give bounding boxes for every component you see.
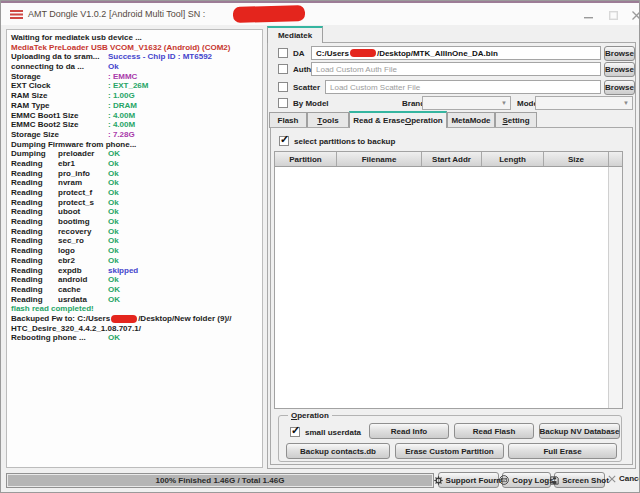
log-line: Storage: EMMC (7, 72, 262, 82)
erase-custom-partition-button[interactable]: Erase Custom Partition (395, 443, 504, 459)
auth-checkbox[interactable] (278, 64, 288, 74)
log-line: Readingexpdbskipped (7, 266, 262, 276)
log-label: Uploading da to sram... (11, 52, 99, 61)
tab-metamode[interactable]: MetaMode (447, 112, 495, 128)
log-panel[interactable]: Waiting for mediatek usb device ...Media… (6, 29, 263, 468)
log-partition: expdb (58, 266, 82, 275)
log-text: Waiting for mediatek usb device ... (11, 33, 142, 42)
screen-shot-button[interactable]: Screen Shot (554, 472, 605, 488)
scatter-placeholder: Load Custom Scatter File (330, 83, 420, 92)
operation-legend: Operation (288, 411, 332, 420)
scatter-file-input[interactable]: Load Custom Scatter File (325, 80, 601, 94)
log-status: OK (108, 333, 120, 342)
log-label: Reading (11, 236, 43, 245)
log-label: EMMC Boot2 Size (11, 120, 79, 129)
support-forum-label: Support Fourm (446, 476, 504, 485)
select-partitions-checkbox[interactable] (279, 136, 289, 146)
read-info-button[interactable]: Read Info (369, 423, 449, 439)
da-label: DA (293, 49, 305, 58)
app-window: AMT Dongle V1.0.2 [Android Multi Tool] S… (0, 0, 640, 493)
chevron-down-icon: ▼ (623, 100, 629, 106)
read-flash-button[interactable]: Read Flash (454, 423, 534, 439)
log-line: EMMC Boot2 Size: 4.00M (7, 120, 262, 130)
log-partition: sec_ro (58, 236, 84, 245)
operation-groupbox: Operation small userdata Read InfoRead F… (278, 415, 622, 462)
log-partition: logo (58, 246, 75, 255)
log-text: Backuped Fw to: C:/Users/Desktop/New fol… (11, 314, 232, 323)
log-status: : 4.00M (108, 111, 135, 120)
progress-text: 100% Finished 1.46G / Total 1.46G (7, 474, 433, 487)
log-label: Storage (11, 72, 41, 81)
tab-flash[interactable]: Flash (269, 112, 307, 128)
titlebar: AMT Dongle V1.0.2 [Android Multi Tool] S… (1, 3, 639, 25)
full-erase-button[interactable]: Full Erase (508, 443, 617, 459)
log-label: Reading (11, 227, 43, 236)
backup-nv-database-button[interactable]: Backup NV Database (539, 423, 620, 439)
tab-label: MetaMode (451, 116, 490, 125)
log-line: ReadingubootOk (7, 207, 262, 217)
auth-file-input[interactable]: Load Custom Auth File (311, 62, 601, 76)
copy-logs-button[interactable]: Copy Logs (502, 472, 551, 488)
table-header-filename[interactable]: Filename (337, 152, 422, 166)
screen-shot-label: Screen Shot (562, 476, 609, 485)
tab-read-erase-operation[interactable]: Read & Erase Operation (349, 111, 447, 128)
table-header-start-addr[interactable]: Start Addr (422, 152, 482, 166)
maximize-button[interactable] (606, 9, 620, 21)
backup-contacts-db-button[interactable]: Backup contacts.db (286, 443, 390, 459)
log-status: Ok (108, 169, 119, 178)
select-partitions-label: select partitions to backup (294, 137, 395, 146)
by-model-checkbox[interactable] (278, 98, 288, 108)
log-line: Readingebr1Ok (7, 159, 262, 169)
tab-label: Read & Erase (353, 116, 405, 125)
log-label: Reading (11, 285, 43, 294)
da-browse-button[interactable]: Browse (604, 46, 635, 61)
cancel-button[interactable]: Cancel (608, 474, 640, 483)
log-status: OK (108, 295, 120, 304)
table-header-size[interactable]: Size (544, 152, 609, 166)
scatter-label: Scatter (293, 83, 320, 92)
tab-setting[interactable]: Setting (495, 112, 537, 128)
brand-select[interactable]: ▼ (422, 96, 511, 110)
log-partition: preloader (58, 149, 94, 158)
scatter-browse-button[interactable]: Browse (604, 80, 635, 95)
support-forum-button[interactable]: Support Fourm (438, 472, 499, 488)
table-header-partition[interactable]: Partition (275, 152, 337, 166)
log-line: ReadingrecoveryOk (7, 227, 262, 237)
log-label: Reading (11, 178, 43, 187)
partitions-table[interactable]: PartitionFilenameStart AddrLengthSize (274, 151, 623, 409)
log-label: EMMC Boot1 Size (11, 111, 79, 120)
log-partition: uboot (58, 207, 80, 216)
log-line: Readingsec_roOk (7, 236, 262, 246)
log-status: Ok (108, 227, 119, 236)
app-icon (10, 9, 23, 20)
auth-browse-button[interactable]: Browse (604, 62, 635, 77)
model-select[interactable]: ▼ (535, 96, 633, 110)
small-userdata-checkbox[interactable] (290, 427, 300, 437)
auth-label: Auth (293, 65, 311, 74)
log-label: connecting to da ... (11, 62, 84, 71)
tab-tools[interactable]: Tools (307, 112, 349, 128)
log-status: Ok (108, 159, 119, 168)
table-body[interactable] (275, 167, 622, 408)
log-label: Reading (11, 159, 43, 168)
gear-icon (434, 476, 443, 485)
log-label: Reading (11, 275, 43, 284)
log-line: HTC_Desire_320_4.4.2_1.08.707.1/ (7, 324, 262, 334)
tab-mediatek[interactable]: Mediatek (267, 26, 323, 43)
tab-label: peration (411, 116, 443, 125)
log-line: RAM Size: 1.00G (7, 91, 262, 101)
log-label: Reading (11, 198, 43, 207)
table-scrollbar-gutter[interactable] (608, 167, 622, 408)
close-button[interactable] (629, 9, 640, 21)
log-label: Reading (11, 207, 43, 216)
scatter-checkbox[interactable] (278, 82, 288, 92)
da-checkbox[interactable] (278, 48, 288, 58)
da-file-input[interactable]: C:/Users/Desktop/MTK_AllInOne_DA.bin (311, 46, 601, 60)
log-status: : 4.00M (108, 120, 135, 129)
table-header-length[interactable]: Length (482, 152, 544, 166)
minimize-button[interactable] (581, 9, 595, 21)
log-status: : DRAM (108, 101, 137, 110)
da-browse-label: Browse (605, 49, 634, 58)
log-partition: recovery (58, 227, 91, 236)
log-status: Ok (108, 178, 119, 187)
